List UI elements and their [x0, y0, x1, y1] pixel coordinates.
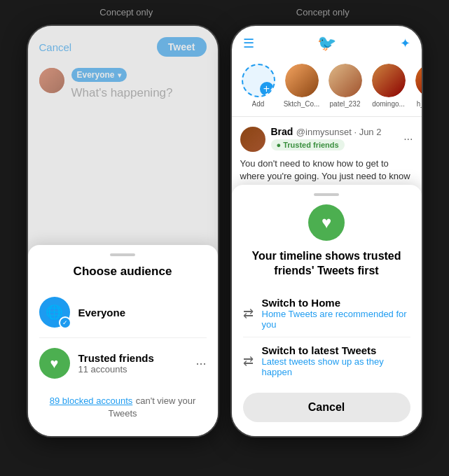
story-2-label: patel_232: [330, 100, 361, 108]
story-4[interactable]: h_wang...: [414, 64, 422, 108]
audience-everyone[interactable]: 🌐 ✓ Everyone: [39, 290, 207, 335]
twitter-header: ☰ 🐦 ✦: [232, 26, 422, 58]
switch-latest-sub: Latest tweets show up as they happen: [262, 356, 410, 377]
sheet-cancel-button[interactable]: Cancel: [243, 393, 410, 422]
feed-divider: [232, 116, 422, 117]
sheet-handle-2: [314, 193, 339, 196]
phone-2: ☰ 🐦 ✦ + Add Sktch_Co...: [230, 24, 423, 438]
blocked-link[interactable]: 89 blocked accounts: [50, 396, 133, 406]
switch-home-sub: Home Tweets are recommended for you: [262, 309, 410, 330]
trusted-label: Trusted friends 11 accounts: [78, 352, 188, 374]
trusted-friends-badge: ● Trusted friends: [271, 139, 345, 150]
story-3-circle[interactable]: [372, 64, 406, 97]
sparkle-icon[interactable]: ✦: [400, 36, 410, 51]
sheet-title: Choose audience: [39, 265, 207, 279]
everyone-icon: 🌐 ✓: [39, 297, 70, 328]
menu-icon[interactable]: ☰: [243, 36, 254, 51]
tweet-header: Brad @inmysunset · Jun 2 ● Trusted frien…: [240, 125, 413, 153]
tweet-avatar[interactable]: [240, 127, 265, 152]
switch-latest-label-wrap: Switch to latest Tweets Latest tweets sh…: [262, 344, 410, 377]
concept-label-left: Concept only: [99, 7, 153, 18]
add-plus-icon: +: [260, 82, 274, 96]
switch-home-label-wrap: Switch to Home Home Tweets are recommend…: [262, 297, 410, 330]
concept-label-right: Concept only: [296, 7, 350, 18]
story-add[interactable]: + Add: [240, 64, 277, 108]
trusted-sub: 11 accounts: [78, 364, 188, 374]
timeline-sheet: ♥ Your timeline shows trusted friends' T…: [232, 185, 422, 436]
blocked-notice: 89 blocked accounts can't view your Twee…: [39, 386, 207, 422]
twitter-bird-icon: 🐦: [317, 34, 336, 52]
heart-icon: ♥: [50, 356, 59, 372]
option-divider: [39, 337, 207, 338]
switch-home-option[interactable]: ⇄ Switch to Home Home Tweets are recomme…: [243, 290, 410, 337]
swap-icon-2: ⇄: [243, 354, 254, 369]
trusted-name: Trusted friends: [78, 352, 188, 364]
check-badge: ✓: [59, 316, 71, 329]
everyone-label: Everyone: [78, 307, 207, 318]
swap-icon-1: ⇄: [243, 306, 254, 321]
switch-latest-label: Switch to latest Tweets: [262, 344, 410, 356]
timeline-sheet-title: Your timeline shows trusted friends' Twe…: [243, 249, 410, 279]
switch-home-label: Switch to Home: [262, 297, 410, 309]
story-1-circle[interactable]: [285, 64, 319, 97]
audience-sheet: Choose audience 🌐 ✓ Everyone ♥: [28, 245, 218, 436]
story-2[interactable]: patel_232: [327, 64, 364, 108]
story-1-label: Sktch_Co...: [284, 100, 320, 108]
story-1[interactable]: Sktch_Co...: [284, 64, 320, 108]
trusted-icon: ♥: [39, 348, 70, 379]
sheet-handle: [110, 253, 135, 256]
tweet-author-handle: @inmysunset · Jun 2: [296, 127, 382, 137]
add-story-circle[interactable]: +: [242, 64, 275, 97]
story-2-circle[interactable]: [329, 64, 362, 97]
story-add-label: Add: [252, 100, 265, 108]
everyone-name: Everyone: [78, 307, 207, 318]
story-3-label: domingo...: [372, 100, 405, 108]
stories-row: + Add Sktch_Co... patel_232: [232, 58, 422, 113]
story-4-circle[interactable]: [415, 64, 422, 97]
tweet-meta: Brad @inmysunset · Jun 2 ● Trusted frien…: [271, 125, 399, 153]
more-icon[interactable]: ···: [195, 356, 206, 371]
green-heart-icon: ♥: [308, 204, 345, 241]
tweet-author-name: Brad: [271, 126, 293, 137]
tweet-more-icon[interactable]: ···: [403, 133, 413, 146]
audience-trusted[interactable]: ♥ Trusted friends 11 accounts ···: [39, 341, 207, 386]
phone-1: Cancel Tweet Everyone ▾ What's happening…: [27, 24, 219, 438]
story-3[interactable]: domingo...: [371, 64, 407, 108]
story-4-label: h_wang...: [417, 100, 422, 108]
switch-latest-option[interactable]: ⇄ Switch to latest Tweets Latest tweets …: [243, 337, 410, 384]
